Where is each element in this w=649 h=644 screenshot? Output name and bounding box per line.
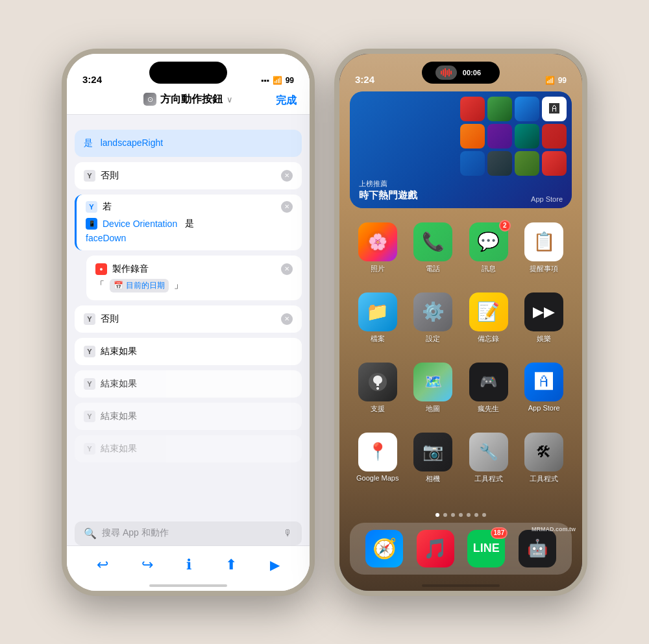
app-name-tools2: 工具程式	[530, 474, 558, 484]
widget-app-5	[460, 124, 485, 149]
support-icon	[358, 363, 397, 401]
app-appstore[interactable]: 🅰 App Store	[517, 356, 572, 420]
maps-icon: 🗺️	[413, 363, 452, 401]
endif-card-1: Y 結束如果	[75, 338, 302, 365]
zhaxiansheng-icon: 🎮	[469, 363, 508, 401]
app-support[interactable]: 支援	[350, 356, 406, 420]
svg-point-3	[376, 387, 379, 390]
undo-icon[interactable]: ↩	[97, 556, 108, 573]
app-name-photos: 照片	[371, 264, 385, 274]
reminders-icon: 📋	[524, 222, 563, 261]
close-btn-record[interactable]: ✕	[281, 263, 293, 275]
app-notes[interactable]: 📝 備忘錄	[461, 286, 517, 350]
dot-4	[459, 513, 463, 517]
endif-card-4: Y 結束如果	[75, 435, 302, 462]
search-bar[interactable]: 🔍 搜尋 App 和動作 🎙	[75, 521, 302, 545]
app-name-maps: 地圖	[426, 404, 440, 414]
dot-2	[443, 513, 447, 517]
endif-label-4: 結束如果	[101, 443, 137, 455]
record-label: 製作錄音	[112, 263, 149, 275]
rec-waveform	[435, 66, 457, 80]
home-indicator-right	[422, 584, 500, 587]
app-name-reminders: 提醒事項	[530, 264, 558, 274]
app-name-appstore: App Store	[528, 404, 560, 412]
app-row-1: 🌸 照片 📞 電話 💬 2 訊息 📋 提醒事項	[350, 216, 572, 280]
close-btn-1[interactable]: ✕	[281, 170, 293, 182]
widget-app-11	[515, 151, 539, 176]
app-name-messages: 訊息	[482, 264, 496, 274]
appstore-widget[interactable]: 🅰 上榜推薦 時下熱門遊戲 App Store	[350, 91, 572, 208]
endif-card-2: Y 結束如果	[75, 370, 302, 398]
messages-badge: 2	[499, 220, 511, 232]
header-title-group: ⊙ 方向動作按鈕 ∨	[143, 93, 233, 106]
app-name-files: 檔案	[371, 334, 385, 344]
time-right: 3:24	[355, 74, 374, 85]
close-btn-2[interactable]: ✕	[281, 313, 293, 325]
play-icon[interactable]: ▶	[270, 557, 280, 573]
app-googlemaps[interactable]: 📍 Google Maps	[350, 426, 406, 490]
record-nested: ● 製作錄音 ✕ 「 📅 目前的日期 」	[86, 256, 302, 300]
wave-bar	[450, 71, 452, 75]
dock-mrmad[interactable]: 🤖	[519, 530, 556, 567]
app-maps[interactable]: 🗺️ 地圖	[406, 356, 461, 420]
device-orientation-label: Device Orientation	[103, 219, 177, 229]
app-name-phone: 電話	[426, 264, 440, 274]
app-settings[interactable]: ⚙️ 設定	[406, 286, 461, 350]
line-badge: 187	[491, 527, 508, 539]
home-indicator-left	[149, 584, 227, 587]
y-icon-2: Y	[84, 313, 95, 325]
close-btn-if[interactable]: ✕	[281, 201, 293, 213]
share-icon[interactable]: ⬆	[225, 556, 237, 573]
y-icon-e1: Y	[84, 346, 95, 357]
widget-main-title: 時下熱門遊戲	[359, 189, 417, 202]
done-button[interactable]: 完成	[276, 94, 297, 108]
else-label-2: 否則	[101, 313, 119, 325]
dynamic-island-left	[149, 62, 227, 84]
landscape-label: 是 landscapeRight	[84, 137, 163, 149]
shortcuts-list[interactable]: 是 landscapeRight Y 否則 ✕ Y 若 ✕	[67, 122, 310, 507]
entertainment-icon: ▶▶	[524, 292, 563, 331]
app-files[interactable]: 📁 檔案	[350, 286, 406, 350]
app-photos[interactable]: 🌸 照片	[350, 216, 406, 280]
app-entertainment[interactable]: ▶▶ 娛樂	[517, 286, 572, 350]
left-phone: 3:24 ▪▪▪ 📶 99 ⊙ 方向動作按鈕 ∨ 完成 是 landscapeR…	[62, 49, 315, 596]
app-name-googlemaps: Google Maps	[356, 474, 398, 482]
app-messages[interactable]: 💬 2 訊息	[461, 216, 517, 280]
y-icon-e2: Y	[84, 378, 95, 390]
dot-3	[451, 513, 455, 517]
widget-app-3	[515, 97, 539, 121]
tools1-icon: 🔧	[469, 433, 508, 471]
dock-safari[interactable]: 🧭	[365, 530, 403, 567]
else-row-2: Y 否則 ✕	[84, 313, 293, 325]
app-phone[interactable]: 📞 電話	[406, 216, 461, 280]
camera-icon: 📷	[413, 433, 452, 471]
wave-bar	[445, 68, 446, 77]
else-row-1: Y 否則 ✕	[84, 170, 293, 182]
app-zhaxiansheng[interactable]: 🎮 瘋先生	[461, 356, 517, 420]
facedown-row: faceDown	[86, 232, 293, 244]
dock-line[interactable]: LINE 187	[467, 530, 505, 567]
date-chip: 📅 目前的日期	[110, 279, 169, 292]
mic-icon: 🎙	[284, 528, 293, 538]
y-icon-1: Y	[84, 170, 95, 182]
search-input[interactable]: 搜尋 App 和動作	[102, 527, 278, 539]
widget-store: App Store	[531, 195, 563, 203]
phone-icon: 📞	[413, 222, 452, 261]
dock-music[interactable]: 🎵	[417, 530, 454, 567]
app-reminders[interactable]: 📋 提醒事項	[517, 216, 572, 280]
app-tools1[interactable]: 🔧 工具程式	[461, 426, 517, 490]
app-tools2[interactable]: 🛠 工具程式	[517, 426, 572, 490]
wave-bar	[441, 71, 442, 75]
app-camera[interactable]: 📷 相機	[406, 426, 461, 490]
wifi-icon: 📶	[273, 76, 282, 85]
tools2-icon: 🛠	[524, 433, 563, 471]
app-name-entertainment: 娛樂	[537, 334, 551, 344]
info-icon[interactable]: ℹ	[186, 556, 191, 573]
page-dots	[339, 513, 582, 517]
search-icon: 🔍	[84, 527, 97, 540]
widget-app-12	[542, 151, 567, 176]
dot-7	[482, 513, 486, 517]
redo-icon[interactable]: ↪	[141, 556, 153, 573]
shortcut-title: 方向動作按鈕	[160, 93, 223, 106]
if-label: 若	[103, 201, 112, 213]
